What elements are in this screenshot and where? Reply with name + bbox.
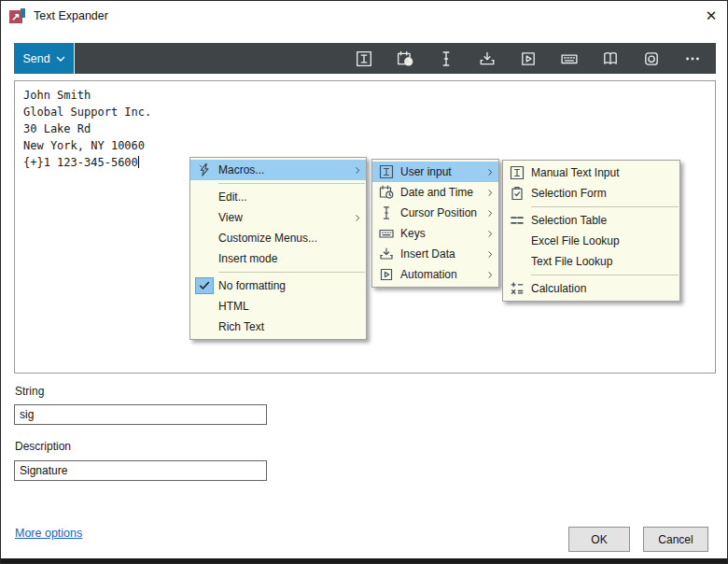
toolbar-button-capture[interactable]: [637, 47, 665, 71]
more-options-link[interactable]: More options: [15, 527, 82, 540]
automation-icon: [379, 267, 394, 282]
submenu-arrow-icon: [349, 212, 366, 224]
menu-item-edit[interactable]: Edit...: [190, 187, 366, 207]
menu-item-label: Macros...: [218, 163, 349, 176]
menu-item-excel-file-lookup[interactable]: Excel File Lookup: [503, 231, 679, 251]
menu-item-label: Insert Data: [400, 247, 482, 261]
toolbar-button-cursor-position[interactable]: [432, 47, 460, 71]
menu-item-icon: [503, 186, 531, 201]
toolbar-button-text-input[interactable]: [350, 47, 378, 71]
submenu-arrow-icon: [484, 166, 497, 178]
description-field-label: Description: [15, 440, 71, 453]
text-expander-dialog: ↗ Text Expander ✕ Send John SmithGlobal …: [0, 0, 728, 564]
book-icon: [602, 50, 619, 67]
more-icon: [684, 50, 701, 67]
menu-item-icon: [503, 165, 531, 180]
menu-item-customize-menus[interactable]: Customize Menus...: [190, 228, 366, 248]
submenu-arrow-icon: [482, 269, 498, 281]
menu-item-icon: [372, 267, 400, 282]
chevron-down-icon: [56, 56, 65, 62]
text-caret: [138, 156, 139, 168]
submenu-arrow-icon: [482, 166, 498, 178]
submenu-arrow-icon: [352, 164, 364, 176]
cursor-position-icon: [438, 50, 455, 67]
editor-line: 30 Lake Rd: [23, 120, 707, 137]
title-bar: ↗ Text Expander ✕: [1, 1, 727, 31]
menu-item-text-file-lookup[interactable]: Text File Lookup: [503, 251, 679, 272]
send-button[interactable]: Send: [14, 43, 74, 74]
menu-item-view[interactable]: View: [190, 207, 366, 228]
insert-data-icon: [479, 50, 496, 67]
editor-line: John Smith: [23, 87, 707, 104]
submenu-arrow-icon: [349, 164, 366, 176]
toolbar-button-keys[interactable]: [555, 47, 583, 71]
menu-item-label: Rich Text: [218, 320, 349, 333]
menu-item-label: Excel File Lookup: [531, 234, 663, 247]
menu-item-insert-data[interactable]: Insert Data: [372, 244, 498, 264]
menu-item-calculation[interactable]: Calculation: [503, 278, 679, 299]
menu-item-selection-table[interactable]: Selection Table: [503, 210, 679, 231]
window-title: Text Expander: [34, 9, 108, 22]
submenu-arrow-icon: [352, 212, 364, 224]
toolbar-button-automation[interactable]: [514, 47, 542, 71]
menu-separator: [190, 180, 366, 187]
text-input-icon: [379, 164, 394, 179]
menu-item-automation[interactable]: Automation: [372, 264, 498, 285]
submenu-arrow-icon: [484, 228, 497, 240]
date-time-icon: [397, 50, 413, 67]
insert-data-icon: [379, 247, 394, 261]
menu-item-rich-text[interactable]: Rich Text: [190, 317, 366, 337]
menu-item-manual-text-input[interactable]: Manual Text Input: [503, 162, 679, 183]
ok-button[interactable]: OK: [568, 527, 630, 552]
menu-item-label: Manual Text Input: [531, 166, 663, 179]
menu-item-label: View: [218, 211, 349, 224]
menu-item-icon: [372, 205, 400, 220]
submenu-arrow-icon: [482, 187, 498, 199]
menu-item-no-formatting[interactable]: No formatting: [190, 275, 366, 296]
menu-item-label: Customize Menus...: [218, 232, 349, 245]
toolbar-button-date-time[interactable]: [391, 47, 419, 71]
menu-item-selection-form[interactable]: Selection Form: [503, 183, 679, 204]
menu-item-label: Text File Lookup: [531, 255, 663, 268]
menu-item-label: HTML: [218, 300, 349, 313]
submenu-arrow-icon: [482, 207, 498, 219]
submenu-arrow-icon: [482, 228, 498, 240]
submenu-arrow-icon: [482, 248, 498, 261]
string-field-label: String: [15, 385, 44, 398]
submenu-arrow-icon: [484, 187, 497, 199]
menu-item-label: User input: [400, 165, 482, 178]
submenu-arrow-icon: [484, 207, 497, 219]
description-input[interactable]: [14, 460, 267, 481]
toolbar-button-more[interactable]: [679, 47, 707, 71]
menu-item-insert-mode[interactable]: Insert mode: [190, 248, 366, 269]
menu-item-user-input[interactable]: User input: [372, 162, 498, 182]
menu-item-cursor-position[interactable]: Cursor Position: [372, 203, 498, 223]
editor-line: New York, NY 10060: [23, 137, 707, 154]
menu-item-date-and-time[interactable]: Date and Time: [372, 182, 498, 203]
menu-item-html[interactable]: HTML: [190, 296, 366, 317]
menu-item-label: Edit...: [218, 190, 349, 204]
toolbar-button-insert-data[interactable]: [473, 47, 501, 71]
toolbar-row: Send: [14, 43, 716, 74]
text-input-icon: [510, 165, 525, 180]
menu-item-icon: [503, 213, 531, 228]
macros-icon: [197, 162, 212, 177]
selection-form-icon: [510, 186, 525, 201]
close-icon[interactable]: ✕: [695, 4, 727, 28]
automation-icon: [520, 50, 537, 67]
menu-item-label: Cursor Position: [400, 206, 482, 219]
selection-table-icon: [510, 213, 525, 228]
check-icon: [198, 279, 211, 292]
cursor-position-icon: [379, 205, 394, 220]
menu-item-icon: [372, 185, 400, 200]
text-input-icon: [356, 50, 372, 67]
keys-icon: [379, 226, 394, 241]
cancel-button[interactable]: Cancel: [643, 527, 708, 552]
menu-item-keys[interactable]: Keys: [372, 223, 498, 244]
keys-icon: [561, 50, 578, 67]
string-input[interactable]: [14, 404, 267, 425]
menu-item-label: Keys: [400, 227, 482, 240]
toolbar-button-book[interactable]: [596, 47, 624, 71]
send-button-label: Send: [22, 52, 49, 65]
menu-item-macros[interactable]: Macros...: [190, 160, 366, 180]
